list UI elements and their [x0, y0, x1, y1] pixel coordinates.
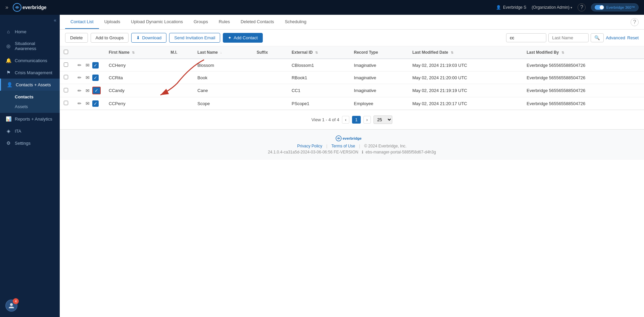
user-info: 👤 Everbridge S: [496, 5, 526, 10]
crisis-management-icon: ⚑: [5, 70, 11, 75]
search-button[interactable]: 🔍: [591, 33, 604, 42]
last-modified-date-sort-icon[interactable]: ⇅: [451, 51, 453, 54]
row-3-check-icon[interactable]: ✓: [92, 87, 101, 94]
sidebar-item-settings[interactable]: ⚙ Settings: [0, 137, 60, 149]
table-body: ✏ ✉ ✓ CCHerry Blossom CBlossom1 Imaginat…: [60, 59, 644, 110]
tab-rules[interactable]: Rules: [213, 15, 235, 29]
top-nav-right: 👤 Everbridge S (Organization Admin) ▾ ? …: [496, 3, 639, 11]
tab-deleted-contacts[interactable]: Deleted Contacts: [235, 15, 280, 29]
first-name-sort-icon[interactable]: ⇅: [132, 51, 135, 54]
row-4-first-name[interactable]: CCPerry: [105, 97, 166, 110]
row-4-checkbox-cell: [60, 97, 72, 110]
sidebar-sub-contacts[interactable]: Contacts: [0, 92, 60, 102]
row-4-last-modified-by: Everbridge 565565588504726: [523, 97, 644, 110]
user-avatar-wrap[interactable]: 4: [5, 300, 17, 312]
add-to-groups-button[interactable]: Add to Groups: [91, 33, 129, 43]
prev-page-button[interactable]: ‹: [342, 116, 349, 124]
search-lastname-input[interactable]: [548, 33, 589, 42]
reset-link[interactable]: Reset: [627, 35, 639, 40]
expand-button[interactable]: »: [5, 4, 8, 10]
logo-svg: everbridge: [12, 3, 53, 12]
tab-uploads[interactable]: Uploads: [99, 15, 126, 29]
per-page-select[interactable]: 25 10 50 100: [374, 116, 392, 124]
add-contact-button[interactable]: ✦ Add Contact: [223, 33, 263, 43]
external-id-sort-icon[interactable]: ⇅: [315, 51, 318, 54]
table-row: ✏ ✉ ✓ CCRita Book RBook1 Imaginative: [60, 72, 644, 84]
row-4-check-icon[interactable]: ✓: [92, 100, 99, 107]
sidebar-item-contacts-assets[interactable]: 👤 Contacts + Assets: [0, 79, 60, 91]
search-firstname-input[interactable]: [506, 33, 546, 42]
footer-info-icon[interactable]: ℹ: [362, 150, 363, 154]
row-1-first-name[interactable]: CCHerry: [105, 59, 166, 72]
toggle-switch[interactable]: [595, 5, 604, 10]
terms-of-use-link[interactable]: Terms of Use: [331, 144, 355, 148]
row-3-email-icon[interactable]: ✉: [84, 87, 91, 94]
send-invitation-button[interactable]: Send Invitation Email: [169, 33, 220, 43]
row-3-edit-icon[interactable]: ✏: [76, 87, 83, 94]
row-2-record-type: Imaginative: [350, 72, 408, 84]
row-3-first-name[interactable]: CCandy: [105, 84, 166, 97]
svg-point-2: [10, 303, 13, 306]
tab-scheduling[interactable]: Scheduling: [280, 15, 312, 29]
tab-bar: Contact List Uploads Upload Dynamic Loca…: [60, 15, 644, 30]
row-4-email-icon[interactable]: ✉: [84, 100, 91, 107]
row-1-check-icon[interactable]: ✓: [92, 62, 99, 69]
sidebar-item-home[interactable]: ⌂ Home: [0, 26, 60, 38]
download-button[interactable]: ⬇ Download: [131, 33, 166, 43]
tab-upload-dynamic-locations[interactable]: Upload Dynamic Locations: [126, 15, 188, 29]
last-modified-by-sort-icon[interactable]: ⇅: [561, 51, 564, 54]
row-2-actions: ✏ ✉ ✓: [76, 74, 101, 81]
tab-groups[interactable]: Groups: [188, 15, 213, 29]
row-1-last-name[interactable]: Blossom: [193, 59, 252, 72]
last-modified-by-header[interactable]: Last Modified By ⇅: [523, 46, 644, 59]
row-1-checkbox[interactable]: [64, 62, 68, 67]
row-4-edit-icon[interactable]: ✏: [76, 100, 83, 107]
app-logo[interactable]: everbridge: [12, 3, 53, 12]
sidebar-item-ita[interactable]: ◈ ITA: [0, 125, 60, 137]
row-4-last-name[interactable]: Scope: [193, 97, 252, 110]
page-1-button[interactable]: 1: [352, 116, 360, 124]
tab-contact-list[interactable]: Contact List: [65, 15, 99, 29]
row-2-check-icon[interactable]: ✓: [92, 75, 99, 81]
footer-version: 24.1.0.4-ca31a5d-2024-03-06-06:56 FE-VER…: [65, 150, 639, 154]
sidebar-label-situational-awareness: Situational Awareness: [15, 41, 54, 51]
row-1-edit-icon[interactable]: ✏: [76, 62, 83, 69]
sidebar-sub-assets[interactable]: Assets: [0, 102, 60, 111]
row-1-actions-cell: ✏ ✉ ✓: [72, 59, 105, 72]
row-2-email-icon[interactable]: ✉: [84, 74, 91, 81]
select-all-header: [60, 46, 72, 59]
first-name-header[interactable]: First Name ⇅: [105, 46, 166, 59]
last-name-sort-icon[interactable]: ↓: [220, 51, 222, 54]
footer-logo: everbridge: [65, 135, 639, 142]
privacy-policy-link[interactable]: Privacy Policy: [297, 144, 323, 148]
sidebar-collapse-button[interactable]: «: [54, 17, 56, 23]
sidebar-item-situational-awareness[interactable]: ◎ Situational Awareness: [0, 38, 60, 54]
row-2-first-name[interactable]: CCRita: [105, 72, 166, 84]
search-group: 🔍 Advanced Reset: [506, 33, 639, 42]
sidebar-item-reports-analytics[interactable]: 📊 Reports + Analytics: [0, 113, 60, 125]
next-page-button[interactable]: ›: [363, 116, 371, 124]
select-all-checkbox[interactable]: [64, 50, 68, 54]
row-3-checkbox[interactable]: [64, 88, 68, 92]
last-name-header[interactable]: Last Name ↓: [193, 46, 252, 59]
row-2-edit-icon[interactable]: ✏: [76, 74, 83, 81]
sidebar-collapse: «: [0, 15, 60, 26]
360-toggle[interactable]: Everbridge 360™: [591, 3, 639, 11]
row-1-email-icon[interactable]: ✉: [84, 62, 91, 69]
sidebar-bottom: 4: [0, 294, 60, 317]
sidebar-item-communications[interactable]: 🔔 Communications: [0, 54, 60, 66]
row-2-last-name[interactable]: Book: [193, 72, 252, 84]
help-button[interactable]: ?: [578, 3, 586, 11]
sidebar-item-crisis-management[interactable]: ⚑ Crisis Management: [0, 66, 60, 79]
row-2-checkbox[interactable]: [64, 75, 68, 79]
sidebar-label-reports-analytics: Reports + Analytics: [15, 117, 52, 122]
tab-help-button[interactable]: ?: [631, 18, 639, 26]
external-id-header[interactable]: External ID ⇅: [288, 46, 350, 59]
last-modified-date-header[interactable]: Last Modified Date ⇅: [408, 46, 523, 59]
advanced-link[interactable]: Advanced: [606, 35, 625, 40]
row-4-checkbox[interactable]: [64, 101, 68, 105]
delete-button[interactable]: Delete: [65, 33, 88, 43]
org-dropdown-icon[interactable]: ▾: [571, 6, 572, 9]
app-body: « ⌂ Home ◎ Situational Awareness 🔔 Commu…: [0, 15, 644, 317]
row-3-last-name[interactable]: Cane: [193, 84, 252, 97]
